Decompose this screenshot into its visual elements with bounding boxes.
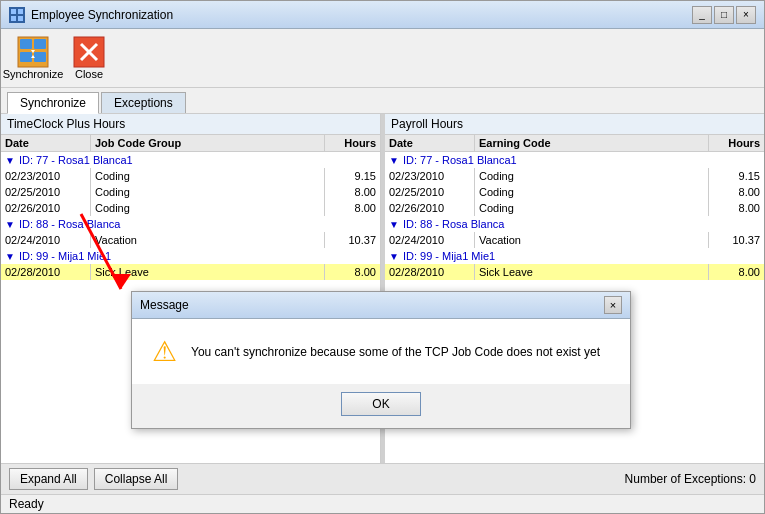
dialog-message: You can't synchronize because some of th… [191, 345, 600, 359]
message-dialog: Message × ⚠ You can't synchronize becaus… [131, 291, 631, 429]
main-window: Employee Synchronization _ □ × Synchroni… [0, 0, 765, 514]
dialog-title-text: Message [140, 298, 189, 312]
dialog-ok-button[interactable]: OK [341, 392, 421, 416]
warning-icon: ⚠ [152, 335, 177, 368]
dialog-body: ⚠ You can't synchronize because some of … [132, 319, 630, 384]
dialog-title-bar: Message × [132, 292, 630, 319]
dialog-close-button[interactable]: × [604, 296, 622, 314]
dialog-footer: OK [132, 384, 630, 428]
dialog-overlay [1, 1, 764, 513]
